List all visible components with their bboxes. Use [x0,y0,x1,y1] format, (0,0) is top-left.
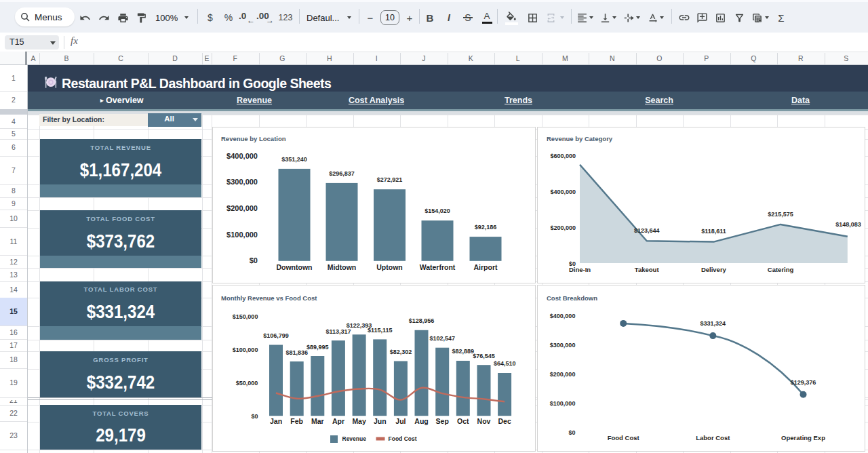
svg-text:$64,510: $64,510 [494,360,516,367]
svg-text:Jan: Jan [270,417,282,425]
svg-text:$215,575: $215,575 [768,211,793,218]
svg-text:Food Cost: Food Cost [389,435,417,442]
svg-text:May: May [352,417,366,425]
svg-text:$100,000: $100,000 [233,347,258,353]
svg-text:Cost Breakdown: Cost Breakdown [547,294,597,302]
svg-text:Jul: Jul [395,417,406,425]
svg-text:Delivery: Delivery [701,266,727,273]
svg-text:$128,956: $128,956 [409,317,435,324]
svg-text:$148,083: $148,083 [835,221,861,228]
svg-text:$0: $0 [568,429,575,436]
svg-text:$200,000: $200,000 [550,371,576,378]
svg-text:Feb: Feb [290,417,303,425]
svg-text:$300,000: $300,000 [226,178,258,186]
svg-text:$400,000: $400,000 [226,152,258,160]
svg-text:$600,000: $600,000 [550,153,576,159]
svg-text:$0: $0 [251,413,258,420]
svg-text:Revenue: Revenue [342,435,367,442]
svg-text:Labor Cost: Labor Cost [696,434,730,441]
svg-text:$0: $0 [250,256,258,264]
svg-text:$100,000: $100,000 [226,231,258,239]
svg-text:$154,020: $154,020 [425,208,450,214]
svg-text:Revenue by Location: Revenue by Location [221,135,286,142]
svg-text:Catering: Catering [768,266,794,273]
svg-text:$200,000: $200,000 [550,224,576,231]
svg-text:Food Cost: Food Cost [608,434,640,441]
svg-text:$106,799: $106,799 [263,332,289,339]
svg-text:Sep: Sep [436,417,449,425]
svg-text:Operating Exp: Operating Exp [781,434,825,441]
svg-text:Oct: Oct [457,417,469,425]
svg-text:$400,000: $400,000 [550,189,576,195]
svg-text:$400,000: $400,000 [550,313,576,319]
svg-text:Mar: Mar [311,417,324,425]
svg-text:$76,545: $76,545 [473,353,495,359]
svg-text:$150,000: $150,000 [233,313,258,320]
svg-text:Uptown: Uptown [376,263,403,271]
svg-text:Dec: Dec [498,417,511,425]
svg-text:$102,547: $102,547 [429,335,455,342]
svg-text:Midtown: Midtown [328,263,357,271]
svg-text:Dine-In: Dine-In [569,266,591,273]
svg-text:Apr: Apr [332,417,344,425]
svg-text:$115,115: $115,115 [368,327,393,334]
svg-text:$82,302: $82,302 [390,349,412,355]
svg-text:Nov: Nov [477,417,491,425]
svg-text:Jun: Jun [374,417,387,425]
svg-text:$296,837: $296,837 [329,170,355,177]
svg-text:$118,611: $118,611 [701,228,726,235]
svg-text:Aug: Aug [414,417,428,425]
svg-text:$123,644: $123,644 [634,227,660,234]
svg-text:Takeout: Takeout [635,266,660,273]
svg-text:$300,000: $300,000 [550,342,576,349]
svg-text:$100,000: $100,000 [550,400,576,407]
svg-text:$331,324: $331,324 [701,320,726,327]
svg-text:Airport: Airport [474,263,498,271]
svg-text:Downtown: Downtown [276,263,312,271]
svg-text:Waterfront: Waterfront [420,263,456,271]
svg-text:$272,921: $272,921 [377,176,403,183]
svg-text:Revenue by Category: Revenue by Category [547,135,613,142]
svg-text:$81,836: $81,836 [285,349,308,356]
svg-text:$89,995: $89,995 [307,344,329,351]
svg-text:Monthly Revenue vs Food Cost: Monthly Revenue vs Food Cost [221,294,317,302]
svg-text:$200,000: $200,000 [226,204,258,212]
svg-text:$351,240: $351,240 [281,156,307,163]
svg-text:$129,376: $129,376 [791,379,816,386]
svg-text:$50,000: $50,000 [236,380,258,387]
svg-text:$82,889: $82,889 [452,348,475,355]
svg-text:$92,186: $92,186 [475,224,497,231]
svg-text:$113,317: $113,317 [326,328,351,335]
